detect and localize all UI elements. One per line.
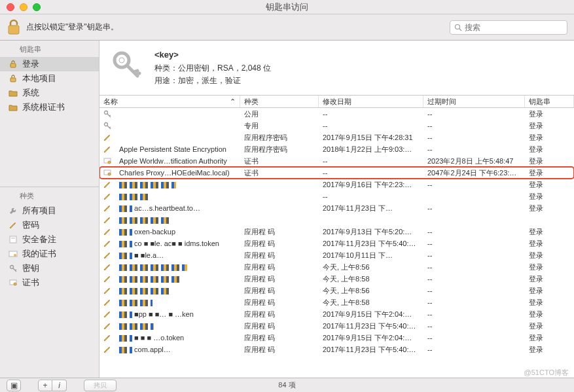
zoom-button[interactable] <box>33 3 41 11</box>
svg-point-17 <box>108 161 111 164</box>
table-row[interactable]: ■ ■ ■ …o.token应用程 码2017年9月15日 下午2:04:…--… <box>99 332 574 344</box>
cell-expires: -- <box>423 181 525 188</box>
kind-icon <box>8 249 18 259</box>
cell-modified: -- <box>319 169 423 177</box>
cell-keychain: 登录 <box>525 145 574 154</box>
info-button[interactable]: i <box>52 380 67 391</box>
table-row[interactable]: --登录 <box>99 190 574 202</box>
table-row[interactable]: 应用程 码今天, 上午8:56--登录 <box>99 285 574 296</box>
svg-point-15 <box>105 123 108 126</box>
search-input[interactable] <box>465 23 563 32</box>
sidebar-section-kinds: 种类 <box>0 187 99 204</box>
table-row[interactable]: 应用程 码2017年11月23日 下午5:40:…--登录 <box>99 320 574 332</box>
cell-expires: 2047年2月24日 下午6:23:… <box>423 168 525 178</box>
row-icon <box>103 263 111 271</box>
svg-rect-3 <box>10 63 16 67</box>
toolbar: 点按以锁定"登录"钥匙串。 <box>0 14 574 41</box>
minimize-button[interactable] <box>20 3 27 11</box>
kind-icon <box>8 234 18 245</box>
sidebar-item-系统[interactable]: 系统 <box>0 86 99 100</box>
sidebar-kind-安全备注[interactable]: 安全备注 <box>0 232 99 247</box>
table-row[interactable]: Apple Worldw…tification Authority证书--202… <box>99 155 574 167</box>
table-row[interactable]: 应用程 码今天, 上午8:56--登录 <box>99 261 574 273</box>
close-button[interactable] <box>7 3 14 11</box>
add-button[interactable]: + <box>38 380 52 391</box>
table-row[interactable]: Apple Persistent State Encryption应用程序密码2… <box>99 143 574 155</box>
row-icon <box>103 228 111 236</box>
table-row[interactable]: ■ ■le.a…应用程 码2017年10月11日 下…--登录 <box>99 249 574 261</box>
kind-icon <box>8 220 18 230</box>
svg-point-8 <box>14 254 16 257</box>
sidebar-kind-我的证书[interactable]: 我的证书 <box>0 247 99 261</box>
cell-modified: 2017年11月23日 下午5:40:… <box>319 345 423 355</box>
table-row[interactable]: co ■ ■le. ac■ ■ idms.token应用程 码2017年11月2… <box>99 238 574 249</box>
row-icon <box>103 334 111 342</box>
svg-rect-4 <box>10 78 16 82</box>
sidebar-item-登录[interactable]: 登录 <box>0 57 99 71</box>
table-row[interactable]: 2017年9月16日 下午2:23:…--登录 <box>99 179 574 190</box>
table-row[interactable]: ac…s.heartbeat.to…2017年11月23日 下…--登录 <box>99 202 574 214</box>
table-row[interactable]: 应用程 码今天, 上午8:58--登录 <box>99 296 574 308</box>
cell-keychain: 登录 <box>525 321 574 331</box>
cell-keychain: 登录 <box>525 345 574 355</box>
cell-modified: 2017年9月15日 下午2:04:… <box>319 310 423 319</box>
table-row[interactable]: 应用程序密码2017年9月15日 下午4:28:31--登录 <box>99 132 574 143</box>
table-row[interactable]: 专用----登录 <box>99 120 574 132</box>
col-kind[interactable]: 种类 <box>240 96 319 107</box>
table-row[interactable]: 公用----登录 <box>99 108 574 120</box>
sidebar-kind-所有项目[interactable]: 所有项目 <box>0 204 99 218</box>
col-keychain[interactable]: 钥匙串 <box>525 96 574 107</box>
sidebar-item-本地项目[interactable]: 本地项目 <box>0 71 99 86</box>
table-row[interactable]: Charles Proxy…HOEdeiMac.local)证书--2047年2… <box>99 167 574 179</box>
cell-keychain: 登录 <box>525 274 574 284</box>
row-icon <box>103 204 111 212</box>
titlebar: 钥匙串访问 <box>0 0 574 14</box>
table-row[interactable]: ■pp ■ ■… ■ …ken应用程 码2017年9月15日 下午2:04:…-… <box>99 308 574 320</box>
search-field[interactable] <box>450 20 567 35</box>
copy-button[interactable]: 拷贝 <box>84 380 117 391</box>
lock-icon[interactable] <box>7 19 21 36</box>
cell-keychain: 登录 <box>525 262 574 272</box>
cell-expires: -- <box>423 204 525 212</box>
svg-point-13 <box>119 58 124 63</box>
footer: ▣ + i 拷贝 84 项 <box>0 378 574 392</box>
svg-rect-5 <box>10 236 16 243</box>
cell-expires: -- <box>423 275 525 283</box>
sidebar-kind-密钥[interactable]: 密钥 <box>0 261 99 276</box>
sidebar: 钥匙串 登录本地项目系统系统根证书 种类 所有项目密码安全备注我的证书密钥证书 <box>0 41 99 378</box>
cell-modified: 今天, 上午8:58 <box>319 274 423 284</box>
table-row[interactable] <box>99 214 574 226</box>
col-expires[interactable]: 过期时间 <box>423 96 525 107</box>
cell-keychain: 登录 <box>525 251 574 260</box>
col-name[interactable]: 名称⌃ <box>99 96 240 107</box>
window-title: 钥匙串访问 <box>266 1 308 13</box>
table-row[interactable]: com.appl…应用程 码2017年11月23日 下午5:40:…--登录 <box>99 344 574 355</box>
view-mode-button[interactable]: ▣ <box>7 380 21 391</box>
sort-indicator: ⌃ <box>230 98 236 106</box>
cell-expires: 2023年2月8日 上午5:48:47 <box>423 156 525 166</box>
cell-kind: 应用程 码 <box>240 227 319 237</box>
svg-point-1 <box>456 24 460 29</box>
cell-kind: 应用程 码 <box>240 239 319 249</box>
cell-keychain: 登录 <box>525 204 574 213</box>
cell-modified: 2017年10月11日 下… <box>319 251 423 260</box>
row-icon <box>103 287 111 294</box>
sidebar-item-系统根证书[interactable]: 系统根证书 <box>0 100 99 115</box>
row-icon <box>103 275 111 283</box>
sidebar-kind-证书[interactable]: 证书 <box>0 276 99 290</box>
sidebar-kind-密码[interactable]: 密码 <box>0 218 99 232</box>
cell-kind: 证书 <box>240 168 319 178</box>
row-icon <box>103 322 111 330</box>
table-row[interactable]: 应用程 码今天, 上午8:58--登录 <box>99 273 574 285</box>
table-body: 公用----登录专用----登录应用程序密码2017年9月15日 下午4:28:… <box>99 108 574 378</box>
row-icon <box>103 181 111 188</box>
table-row[interactable]: oxen-backup应用程 码2017年9月13日 下午5:20:…--登录 <box>99 226 574 238</box>
cell-modified: -- <box>319 110 423 118</box>
cell-keychain: 登录 <box>525 109 574 119</box>
kind-icon <box>8 263 18 274</box>
keychain-icon <box>8 88 18 98</box>
cell-modified: 2017年9月16日 下午2:23:… <box>319 180 423 190</box>
col-modified[interactable]: 修改日期 <box>319 96 423 107</box>
cell-expires: -- <box>423 287 525 294</box>
table-header: 名称⌃ 种类 修改日期 过期时间 钥匙串 <box>99 96 574 108</box>
